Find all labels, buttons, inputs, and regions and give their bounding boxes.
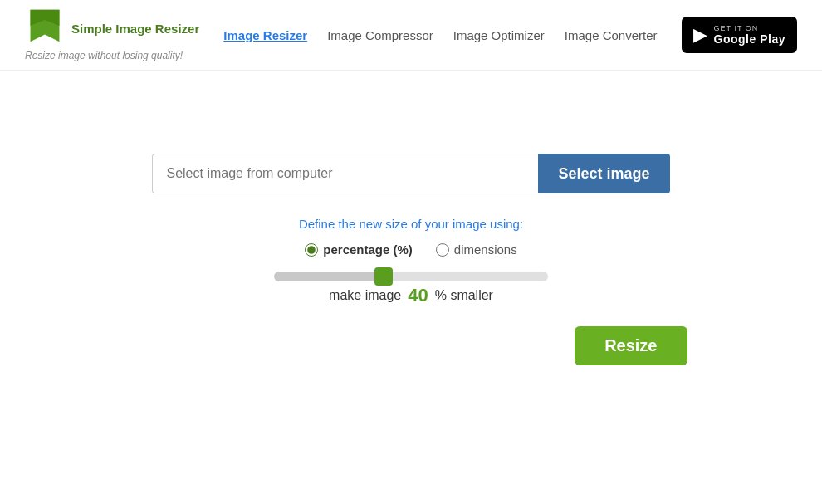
logo-title: Simple Image Resizer bbox=[71, 22, 199, 36]
radio-percentage[interactable]: percentage (%) bbox=[305, 242, 413, 257]
store-name-label: Google Play bbox=[714, 32, 785, 46]
logo-row: Simple Image Resizer bbox=[25, 8, 199, 48]
radio-options-row: percentage (%) dimensions bbox=[305, 242, 516, 257]
nav-image-resizer[interactable]: Image Resizer bbox=[223, 28, 307, 42]
google-play-button[interactable]: ▶ GET IT ON Google Play bbox=[682, 17, 797, 53]
radio-dimensions[interactable]: dimensions bbox=[436, 242, 517, 257]
radio-dimensions-input[interactable] bbox=[436, 243, 449, 257]
get-it-on-label: GET IT ON bbox=[714, 24, 785, 32]
google-play-icon: ▶ bbox=[693, 24, 707, 46]
file-path-input[interactable] bbox=[152, 154, 538, 193]
file-input-row: Select image bbox=[152, 154, 669, 193]
logo-icon bbox=[25, 8, 65, 48]
main-content: Select image Define the new size of your… bbox=[0, 71, 822, 365]
select-image-button[interactable]: Select image bbox=[538, 154, 669, 193]
make-image-row: make image 40 % smaller bbox=[329, 285, 493, 306]
nav-image-optimizer[interactable]: Image Optimizer bbox=[453, 28, 545, 42]
nav-image-compressor[interactable]: Image Compressor bbox=[327, 28, 433, 42]
percent-display: 40 bbox=[408, 285, 428, 306]
radio-percentage-input[interactable] bbox=[305, 243, 318, 257]
logo-subtitle: Resize image without losing quality! bbox=[25, 50, 199, 61]
main-nav: Image Resizer Image Compressor Image Opt… bbox=[223, 28, 657, 42]
make-image-prefix: make image bbox=[329, 288, 401, 303]
nav-image-converter[interactable]: Image Converter bbox=[565, 28, 658, 42]
radio-percentage-label: percentage (%) bbox=[323, 242, 413, 257]
percent-slider[interactable] bbox=[274, 272, 548, 281]
resize-btn-row: Resize bbox=[135, 326, 687, 365]
resize-button[interactable]: Resize bbox=[575, 326, 687, 365]
radio-dimensions-label: dimensions bbox=[454, 242, 517, 257]
make-image-suffix: % smaller bbox=[435, 288, 493, 303]
google-play-text: GET IT ON Google Play bbox=[714, 24, 785, 46]
logo-area: Simple Image Resizer Resize image withou… bbox=[25, 8, 199, 61]
header: Simple Image Resizer Resize image withou… bbox=[0, 0, 822, 71]
define-label: Define the new size of your image using: bbox=[299, 217, 523, 231]
